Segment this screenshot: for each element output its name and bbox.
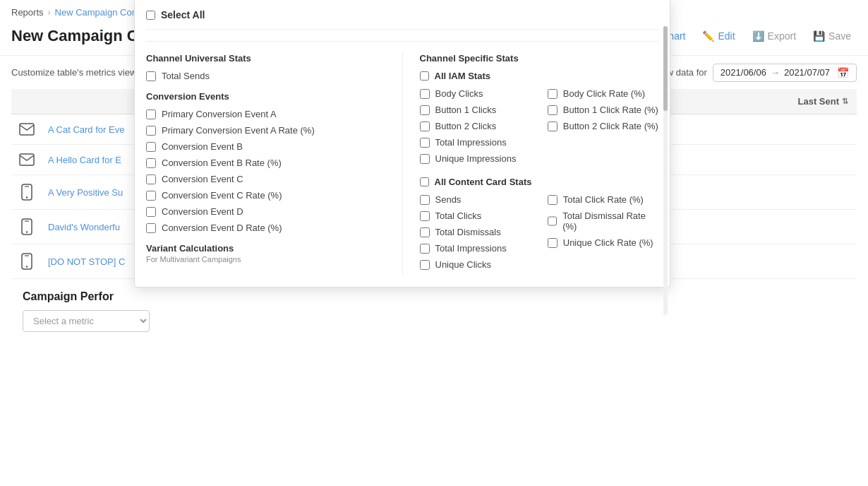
conv-c-item[interactable]: Conversion Event C	[146, 174, 385, 184]
btn1-click-rate-checkbox[interactable]	[548, 105, 557, 115]
total-clicks-checkbox[interactable]	[420, 211, 430, 221]
conv-a-label: Primary Conversion Event A	[162, 109, 277, 119]
conv-d-rate-checkbox[interactable]	[146, 223, 156, 233]
edit-button[interactable]: ✏️ Edit	[697, 28, 740, 45]
conv-a-rate-item[interactable]: Primary Conversion Event A Rate (%)	[146, 125, 385, 136]
conversion-events-title: Conversion Events	[146, 91, 385, 102]
conv-c-rate-item[interactable]: Conversion Event C Rate (%)	[146, 190, 385, 201]
toolbar-right: Show data for 2021/06/06 → 2021/07/07 📅	[651, 64, 857, 82]
iam-two-col: Body Clicks Button 1 Clicks Button 2 Cli…	[420, 88, 659, 170]
body-click-rate-checkbox[interactable]	[548, 89, 557, 99]
variant-title: Variant Calculations For Multivariant Ca…	[146, 243, 385, 264]
body-click-rate-label: Body Click Rate (%)	[563, 88, 645, 99]
channel-universal-title: Channel Universal Stats	[146, 53, 385, 64]
conv-b-item[interactable]: Conversion Event B	[146, 141, 385, 152]
mobile-icon	[21, 218, 32, 235]
customize-label: Customize table's metrics view	[11, 67, 136, 78]
svg-rect-0	[20, 124, 34, 135]
row-icon-1	[11, 119, 42, 140]
edit-label: Edit	[718, 30, 735, 42]
unique-clicks-label: Unique Clicks	[435, 259, 491, 270]
btn1-clicks-checkbox[interactable]	[420, 105, 430, 115]
conv-c-label: Conversion Event C	[162, 174, 243, 184]
unique-clicks-checkbox[interactable]	[420, 260, 430, 270]
total-impressions-iam-checkbox[interactable]	[420, 138, 430, 148]
breadcrumb-reports-link[interactable]: Reports	[11, 7, 44, 18]
total-dismissals-checkbox[interactable]	[420, 227, 430, 237]
iam-header[interactable]: All IAM Stats	[420, 71, 659, 81]
btn1-click-rate-item[interactable]: Button 1 Click Rate (%)	[548, 105, 658, 115]
content-card-two-col: Sends Total Clicks Total Dismissals	[420, 194, 659, 275]
row-icon-2	[11, 149, 42, 170]
select-all-checkbox[interactable]	[146, 11, 155, 20]
total-impressions-iam-item[interactable]: Total Impressions	[420, 137, 531, 148]
total-click-rate-label: Total Click Rate (%)	[563, 194, 644, 205]
total-impressions-cc-item[interactable]: Total Impressions	[420, 243, 531, 254]
unique-click-rate-item[interactable]: Unique Click Rate (%)	[548, 237, 658, 248]
svg-point-6	[26, 231, 28, 232]
iam-all-label: All IAM Stats	[435, 71, 490, 81]
total-dismissals-item[interactable]: Total Dismissals	[420, 227, 531, 237]
total-dismissal-rate-item[interactable]: Total Dismissal Rate (%)	[548, 211, 658, 232]
sends-checkbox[interactable]	[420, 195, 430, 205]
unique-impressions-checkbox[interactable]	[420, 154, 430, 164]
total-click-rate-item[interactable]: Total Click Rate (%)	[548, 194, 658, 205]
conv-d-checkbox[interactable]	[146, 207, 156, 217]
svg-point-3	[26, 196, 28, 198]
btn2-clicks-checkbox[interactable]	[420, 122, 430, 131]
content-card-all-checkbox[interactable]	[420, 177, 429, 186]
conv-c-rate-checkbox[interactable]	[146, 191, 156, 201]
total-impressions-cc-checkbox[interactable]	[420, 244, 430, 254]
content-card-all-label: All Content Card Stats	[435, 177, 532, 187]
body-clicks-item[interactable]: Body Clicks	[420, 88, 531, 99]
conv-a-rate-checkbox[interactable]	[146, 126, 156, 136]
total-sends-checkbox[interactable]	[146, 71, 156, 81]
total-click-rate-checkbox[interactable]	[548, 195, 557, 205]
btn2-click-rate-checkbox[interactable]	[548, 122, 557, 131]
content-card-left-col: Sends Total Clicks Total Dismissals	[420, 194, 531, 275]
conv-d-rate-item[interactable]: Conversion Event D Rate (%)	[146, 223, 385, 233]
sends-item[interactable]: Sends	[420, 194, 531, 205]
conv-b-rate-item[interactable]: Conversion Event B Rate (%)	[146, 158, 385, 168]
conv-b-rate-checkbox[interactable]	[146, 158, 156, 168]
unique-click-rate-checkbox[interactable]	[548, 238, 557, 248]
iam-all-checkbox[interactable]	[420, 71, 429, 81]
campaign-perf-title: Campaign Perfor	[23, 290, 845, 303]
body-click-rate-item[interactable]: Body Click Rate (%)	[548, 88, 658, 99]
dropdown-scrollbar[interactable]	[663, 0, 668, 287]
main-area: Last Sent ⇅ A Cat Card for Eve Dec 7, 20…	[0, 89, 868, 343]
metric-select[interactable]: Select a metric	[23, 310, 150, 332]
btn2-click-rate-item[interactable]: Button 2 Click Rate (%)	[548, 121, 658, 131]
unique-click-rate-label: Unique Click Rate (%)	[563, 237, 653, 248]
total-clicks-item[interactable]: Total Clicks	[420, 211, 531, 221]
conv-b-rate-label: Conversion Event B Rate (%)	[162, 158, 282, 168]
btn1-clicks-item[interactable]: Button 1 Clicks	[420, 105, 531, 115]
dropdown-right-column: Channel Specific Stats All IAM Stats Bod…	[403, 53, 659, 275]
calendar-icon: 📅	[837, 67, 849, 78]
content-card-header[interactable]: All Content Card Stats	[420, 177, 659, 187]
unique-impressions-item[interactable]: Unique Impressions	[420, 153, 531, 164]
email-icon	[19, 123, 35, 136]
conv-a-checkbox[interactable]	[146, 109, 156, 119]
total-dismissal-rate-label: Total Dismissal Rate (%)	[562, 211, 658, 232]
total-sends-item[interactable]: Total Sends	[146, 71, 385, 81]
btn1-click-rate-label: Button 1 Click Rate (%)	[563, 105, 658, 115]
conv-d-item[interactable]: Conversion Event D	[146, 206, 385, 217]
conv-c-checkbox[interactable]	[146, 174, 156, 184]
total-dismissal-rate-checkbox[interactable]	[548, 216, 557, 226]
save-button[interactable]: 💾 Save	[807, 28, 857, 45]
conv-d-label: Conversion Event D	[162, 206, 243, 217]
select-all-label: Select All	[161, 9, 205, 20]
conv-a-item[interactable]: Primary Conversion Event A	[146, 109, 385, 119]
sends-label: Sends	[435, 194, 462, 205]
export-button[interactable]: ⬇️ Export	[747, 28, 802, 45]
date-range-picker[interactable]: 2021/06/06 → 2021/07/07 📅	[713, 64, 857, 82]
btn2-click-rate-label: Button 2 Click Rate (%)	[563, 121, 658, 131]
conv-b-checkbox[interactable]	[146, 142, 156, 152]
th-last-sent[interactable]: Last Sent ⇅	[701, 89, 857, 114]
row-icon-3	[11, 179, 42, 205]
row-icon-4	[11, 214, 42, 239]
body-clicks-checkbox[interactable]	[420, 89, 430, 99]
btn2-clicks-item[interactable]: Button 2 Clicks	[420, 121, 531, 131]
unique-clicks-item[interactable]: Unique Clicks	[420, 259, 531, 270]
